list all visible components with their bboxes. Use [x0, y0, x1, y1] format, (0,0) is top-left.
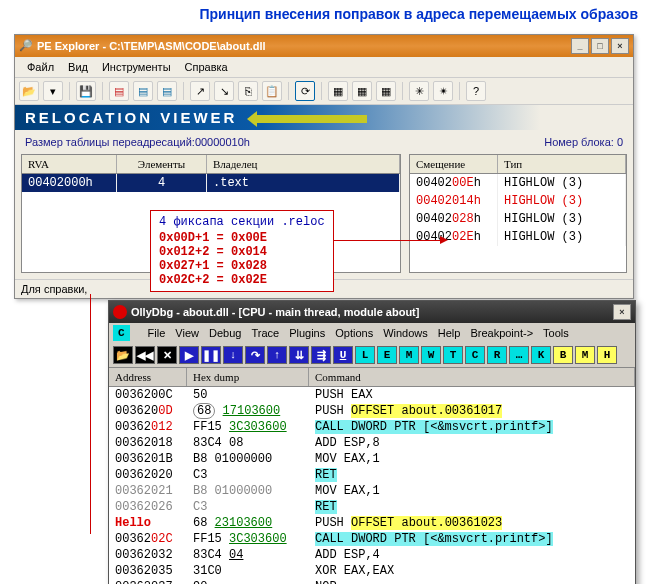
btn-m2[interactable]: M: [575, 346, 595, 364]
doc3-icon[interactable]: ▤: [157, 81, 177, 101]
disasm-row[interactable]: 0036203283C4 04ADD ESP,4: [109, 547, 635, 563]
stop-icon[interactable]: ✕: [157, 346, 177, 364]
trace-into-icon[interactable]: ⇊: [289, 346, 309, 364]
menu-item[interactable]: View: [170, 325, 204, 341]
until-icon[interactable]: U: [333, 346, 353, 364]
pause-icon[interactable]: ❚❚: [201, 346, 221, 364]
menu-item[interactable]: Debug: [204, 325, 246, 341]
step-over-icon[interactable]: ↷: [245, 346, 265, 364]
cpu-badge: C: [113, 325, 130, 341]
help-icon[interactable]: ?: [466, 81, 486, 101]
ollydbg-window: OllyDbg - about.dll - [CPU - main thread…: [108, 300, 636, 584]
menu-item[interactable]: Trace: [246, 325, 284, 341]
btn-h[interactable]: H: [597, 346, 617, 364]
paste-icon[interactable]: 📋: [262, 81, 282, 101]
close-button[interactable]: ×: [611, 38, 629, 54]
btn-w[interactable]: W: [421, 346, 441, 364]
close-button[interactable]: ×: [613, 304, 631, 320]
btn-r[interactable]: R: [487, 346, 507, 364]
disasm-row[interactable]: 0036201883C4 08ADD ESP,8: [109, 435, 635, 451]
disasm-row[interactable]: 0036202CFF15 3C303600CALL DWORD PTR [<&m…: [109, 531, 635, 547]
grid2-icon[interactable]: ▦: [352, 81, 372, 101]
menu-item[interactable]: Tools: [538, 325, 574, 341]
disasm-row[interactable]: 0036201BB8 01000000MOV EAX,1: [109, 451, 635, 467]
btn-k[interactable]: K: [531, 346, 551, 364]
btn-b[interactable]: B: [553, 346, 573, 364]
olly-titlebar[interactable]: OllyDbg - about.dll - [CPU - main thread…: [109, 301, 635, 323]
menu-file[interactable]: Файл: [21, 59, 60, 75]
menu-item[interactable]: Help: [433, 325, 466, 341]
menu-help[interactable]: Справка: [179, 59, 234, 75]
olly-menubar: C FileViewDebugTracePluginsOptionsWindow…: [109, 323, 635, 343]
btn-c[interactable]: C: [465, 346, 485, 364]
copy-icon[interactable]: ⎘: [238, 81, 258, 101]
col-elements[interactable]: Элементы: [117, 155, 207, 173]
folder-icon[interactable]: 📂: [113, 346, 133, 364]
disasm-row[interactable]: 00362026C3RET: [109, 499, 635, 515]
menu-item[interactable]: Breakpoint->: [465, 325, 538, 341]
export1-icon[interactable]: ↗: [190, 81, 210, 101]
disassembly-pane[interactable]: Address Hex dump Command 0036200C50PUSH …: [109, 368, 635, 584]
btn-t[interactable]: T: [443, 346, 463, 364]
run-icon[interactable]: ▶: [179, 346, 199, 364]
table-row[interactable]: 00402014hHIGHLOW (3): [410, 192, 626, 210]
table-row[interactable]: 00402000h 4 .text: [22, 174, 400, 192]
fixup-line: 0x02C+2 = 0x02E: [159, 273, 325, 287]
menu-view[interactable]: Вид: [62, 59, 94, 75]
doc2-icon[interactable]: ▤: [133, 81, 153, 101]
disasm-row[interactable]: 00362020C3RET: [109, 467, 635, 483]
disasm-row[interactable]: Hello68 23103600PUSH OFFSET about.003610…: [109, 515, 635, 531]
fixup-line: 0x012+2 = 0x014: [159, 245, 325, 259]
disasm-row[interactable]: 0036200D68 17103600PUSH OFFSET about.003…: [109, 403, 635, 419]
col-hexdump[interactable]: Hex dump: [187, 368, 309, 386]
col-address[interactable]: Address: [109, 368, 187, 386]
btn-more[interactable]: …: [509, 346, 529, 364]
table-row[interactable]: 00402028hHIGHLOW (3): [410, 210, 626, 228]
col-rva[interactable]: RVA: [22, 155, 117, 173]
recent-icon[interactable]: ▾: [43, 81, 63, 101]
reloc-info: Размер таблицы переадресаций:00000010h Н…: [15, 130, 633, 154]
disasm-row[interactable]: 0036203531C0XOR EAX,EAX: [109, 563, 635, 579]
menu-item[interactable]: Plugins: [284, 325, 330, 341]
save-icon[interactable]: 💾: [76, 81, 96, 101]
step-out-icon[interactable]: ↑: [267, 346, 287, 364]
btn-m[interactable]: M: [399, 346, 419, 364]
offset-table[interactable]: Смещение Тип 0040200EhHIGHLOW (3)0040201…: [409, 154, 627, 273]
table-row[interactable]: 0040200EhHIGHLOW (3): [410, 174, 626, 192]
btn-l[interactable]: L: [355, 346, 375, 364]
tool-b-icon[interactable]: ✴: [433, 81, 453, 101]
pe-title-text: PE Explorer - C:\TEMP\ASM\CODE\about.dll: [37, 40, 266, 52]
grid1-icon[interactable]: ▦: [328, 81, 348, 101]
arrow-left-icon: [257, 115, 367, 123]
maximize-button[interactable]: □: [591, 38, 609, 54]
menu-item[interactable]: File: [143, 325, 171, 341]
col-owner[interactable]: Владелец: [207, 155, 400, 173]
disasm-row[interactable]: 0036200C50PUSH EAX: [109, 387, 635, 403]
menu-tools[interactable]: Инструменты: [96, 59, 177, 75]
btn-e[interactable]: E: [377, 346, 397, 364]
col-offset[interactable]: Смещение: [410, 155, 498, 173]
doc1-icon[interactable]: ▤: [109, 81, 129, 101]
grid3-icon[interactable]: ▦: [376, 81, 396, 101]
disasm-row[interactable]: 0036203790NOP: [109, 579, 635, 584]
arrow-annotation-icon: [320, 240, 440, 241]
tool-a-icon[interactable]: ✳: [409, 81, 429, 101]
menu-item[interactable]: Options: [330, 325, 378, 341]
disasm-row[interactable]: 00362021B8 01000000MOV EAX,1: [109, 483, 635, 499]
menu-item[interactable]: Windows: [378, 325, 433, 341]
page-caption: Принцип внесения поправок в адреса перем…: [0, 0, 650, 26]
step-into-icon[interactable]: ↓: [223, 346, 243, 364]
reloc-banner: RELOCATION VIEWER: [15, 105, 633, 130]
rewind-icon[interactable]: ◀◀: [135, 346, 155, 364]
pe-titlebar[interactable]: 🔎 PE Explorer - C:\TEMP\ASM\CODE\about.d…: [15, 35, 633, 57]
minimize-button[interactable]: _: [571, 38, 589, 54]
app-icon: 🔎: [19, 39, 33, 53]
open-icon[interactable]: 📂: [19, 81, 39, 101]
col-command[interactable]: Command: [309, 368, 635, 386]
trace-over-icon[interactable]: ⇶: [311, 346, 331, 364]
fixup-annotation: 4 фиксапа секции .reloc 0x00D+1 = 0x00E0…: [150, 210, 334, 292]
reloc-icon[interactable]: ⟳: [295, 81, 315, 101]
col-type[interactable]: Тип: [498, 155, 626, 173]
export2-icon[interactable]: ↘: [214, 81, 234, 101]
disasm-row[interactable]: 00362012FF15 3C303600CALL DWORD PTR [<&m…: [109, 419, 635, 435]
